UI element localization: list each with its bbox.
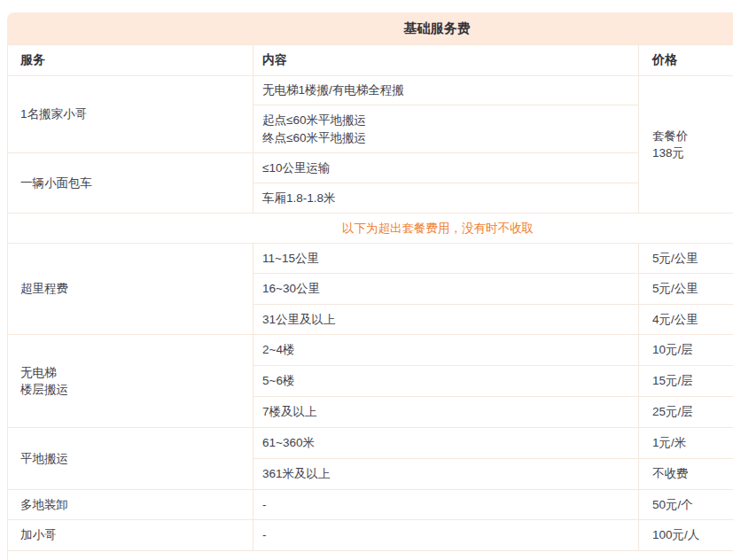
table-row: 一辆小面包车 ≤10公里运输 xyxy=(8,153,733,183)
content-cell: 31公里及以上 xyxy=(253,305,639,335)
fee-card: 基础服务费 服务 内容 价格 1名搬家小哥 无电梯1楼搬/有电梯全程搬 套餐价 … xyxy=(7,12,733,560)
content-cell: 2~4楼 xyxy=(253,335,639,366)
service-cell-stairs: 无电梯 楼层搬运 xyxy=(8,335,253,428)
content-cell: 11~15公里 xyxy=(253,244,639,274)
price-cell: 100元/人 xyxy=(639,520,733,551)
table-row: 加小哥 - 100元/人 xyxy=(8,520,733,551)
column-header-service: 服务 xyxy=(8,45,253,76)
price-cell: 50元/个 xyxy=(639,490,733,520)
notice-text: 以下为超出套餐费用，没有时不收取 xyxy=(8,214,733,244)
table-row: 1名搬家小哥 无电梯1楼搬/有电梯全程搬 套餐价 138元 xyxy=(8,76,733,105)
content-cell: - xyxy=(253,520,639,551)
service-cell-mileage: 超里程费 xyxy=(8,244,253,335)
service-cell-extra-worker: 加小哥 xyxy=(8,520,253,551)
content-cell: 61~360米 xyxy=(253,428,639,459)
column-header-content: 内容 xyxy=(253,45,639,76)
table-row: 无电梯 楼层搬运 2~4楼 10元/层 xyxy=(8,335,733,366)
table-row: 多地装卸 - 50元/个 xyxy=(8,490,733,520)
content-cell: 16~30公里 xyxy=(253,274,639,305)
content-cell: ≤10公里运输 xyxy=(253,153,639,183)
service-cell-multi: 多地装卸 xyxy=(8,490,253,520)
price-cell-package: 套餐价 138元 xyxy=(639,76,733,214)
content-cell: 5~6楼 xyxy=(253,366,639,397)
price-cell: 5元/公里 xyxy=(639,244,733,274)
fee-table: 服务 内容 价格 1名搬家小哥 无电梯1楼搬/有电梯全程搬 套餐价 138元 起… xyxy=(7,44,733,560)
content-cell: 无电梯1楼搬/有电梯全程搬 xyxy=(253,76,639,105)
empty-cell xyxy=(8,551,733,560)
service-cell-flat: 平地搬运 xyxy=(8,428,253,490)
table-row: 平地搬运 61~360米 1元/米 xyxy=(8,428,733,459)
price-cell: 15元/层 xyxy=(639,366,733,397)
price-cell: 4元/公里 xyxy=(639,305,733,335)
header-row: 服务 内容 价格 xyxy=(8,45,733,76)
table-title: 基础服务费 xyxy=(7,12,733,44)
service-cell-van: 一辆小面包车 xyxy=(8,153,253,214)
notice-row: 以下为超出套餐费用，没有时不收取 xyxy=(8,214,733,244)
price-cell: 10元/层 xyxy=(639,335,733,366)
service-cell-worker: 1名搬家小哥 xyxy=(8,76,253,153)
table-row-partial xyxy=(8,551,733,560)
price-cell: 25元/层 xyxy=(639,397,733,428)
content-cell: 车厢1.8-1.8米 xyxy=(253,183,639,214)
price-cell: 不收费 xyxy=(639,459,733,490)
column-header-price: 价格 xyxy=(639,45,733,76)
content-cell: 361米及以上 xyxy=(253,459,639,490)
table-row: 超里程费 11~15公里 5元/公里 xyxy=(8,244,733,274)
price-cell: 5元/公里 xyxy=(639,274,733,305)
content-cell: 7楼及以上 xyxy=(253,397,639,428)
content-cell: 起点≤60米平地搬运 终点≤60米平地搬运 xyxy=(253,105,639,153)
content-cell: - xyxy=(253,490,639,520)
price-cell: 1元/米 xyxy=(639,428,733,459)
